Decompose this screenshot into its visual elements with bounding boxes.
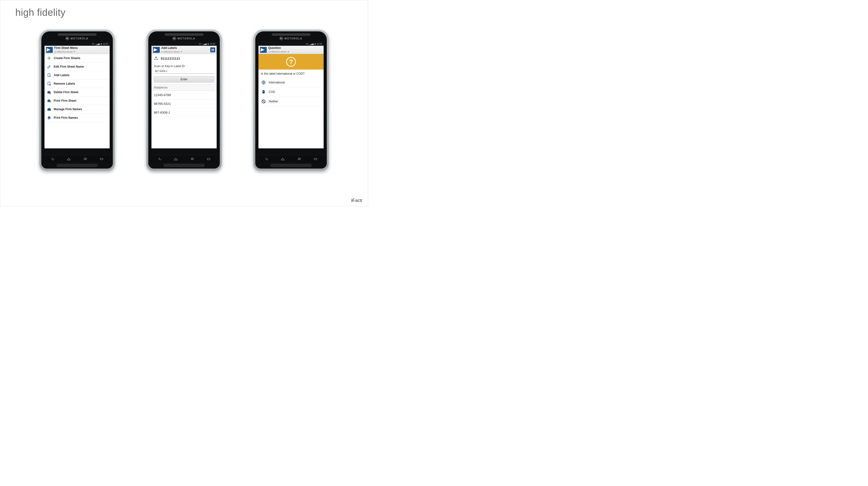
recent-icon[interactable] — [297, 156, 302, 161]
option-neither[interactable]: Neither — [258, 97, 323, 106]
upload-id-text: 51111111111 — [161, 57, 180, 60]
svg-rect-15 — [100, 158, 103, 160]
svg-rect-14 — [49, 118, 50, 119]
recent-icon[interactable] — [83, 156, 88, 161]
android-nav-bar — [258, 155, 324, 162]
mailpiece-row[interactable]: 867-6309-J — [152, 108, 217, 117]
menu-item-delete-firm-sheet[interactable]: Delete Firm Sheet — [44, 88, 110, 97]
menu-item-remove-labels[interactable]: Remove Labels — [44, 80, 110, 88]
menu-label: Manage Firm Names — [54, 108, 82, 111]
svg-rect-17 — [212, 50, 214, 51]
phone-brand: M MOTOROLA — [148, 37, 220, 40]
network-icon: 4G — [306, 43, 309, 45]
search-icon[interactable] — [313, 156, 318, 161]
option-cod[interactable]: COD — [258, 87, 323, 97]
motorola-logo-icon: M — [66, 37, 69, 40]
signal-icon: ▁▃▅ — [309, 43, 314, 45]
svg-rect-13 — [49, 116, 50, 117]
back-icon[interactable] — [50, 156, 55, 161]
bottom-grill — [56, 164, 98, 167]
screen-3: 4G ▁▃▅ ▮ 12:32 Question In-Office/On-Str… — [258, 41, 324, 149]
status-bar: 4G ▁▃▅ ▮ 12:32 — [44, 42, 110, 46]
menu-item-add-labels[interactable]: Add Labels — [44, 71, 110, 80]
recent-icon[interactable] — [190, 156, 195, 161]
option-label: International — [269, 81, 285, 84]
menu-item-edit-firm-sheet-name[interactable]: Edit Firm Sheet Name — [44, 62, 110, 71]
phone-brand-text: MOTOROLA — [284, 37, 302, 40]
menu-label: Print Firm Sheet — [54, 99, 76, 102]
android-nav-bar — [44, 155, 110, 162]
status-bar: 4G ▁▃▅ ▮ 12:32 — [152, 42, 217, 46]
phone-device-1: M MOTOROLA 4G ▁▃▅ ▮ 12:32 Firm Sheet Men… — [39, 29, 115, 171]
network-icon: 4G — [92, 43, 95, 45]
phone-brand-text: MOTOROLA — [70, 37, 88, 40]
phone-row: M MOTOROLA 4G ▁▃▅ ▮ 12:32 Firm Sheet Men… — [0, 29, 368, 171]
svg-rect-24 — [314, 158, 317, 160]
option-international[interactable]: International — [258, 78, 323, 87]
enter-button[interactable]: Enter — [154, 76, 214, 83]
phone-brand: M MOTOROLA — [41, 37, 113, 40]
home-icon[interactable] — [173, 156, 178, 161]
phone-brand: M MOTOROLA — [255, 37, 327, 40]
app-header: Question In-Office/On-Street — [258, 46, 323, 54]
svg-rect-10 — [48, 109, 51, 111]
menu-item-create-firm-sheets[interactable]: Create Firm Sheets — [44, 54, 110, 62]
phone-device-2: M MOTOROLA 4G ▁▃▅ ▮ 12:32 Add Labels In-… — [146, 29, 222, 171]
motorola-logo-icon: M — [173, 37, 176, 40]
save-button[interactable] — [210, 48, 215, 52]
home-icon[interactable] — [280, 156, 285, 161]
menu-item-manage-firm-names[interactable]: Manage Firm Names — [44, 105, 110, 114]
home-icon[interactable] — [66, 156, 71, 161]
mailpiece-row[interactable]: 12345-6789 — [152, 91, 217, 99]
mode-dropdown[interactable]: In-Office/On-Street — [268, 51, 289, 53]
mailpiece-row[interactable]: 98765-4321 — [152, 99, 217, 108]
clock-text: 12:32 — [210, 42, 215, 45]
signal-icon: ▁▃▅ — [95, 43, 100, 45]
document-remove-icon — [47, 82, 51, 86]
phone-device-3: M MOTOROLA 4G ▁▃▅ ▮ 12:32 Question In-Of… — [253, 29, 329, 171]
network-icon: 4G — [199, 43, 202, 45]
printer-icon — [47, 116, 51, 120]
search-icon[interactable] — [206, 156, 211, 161]
motorola-logo-icon: M — [280, 37, 283, 40]
menu-item-print-firm-names[interactable]: Print Firm Names — [44, 114, 110, 122]
footer-brand: iFactr — [351, 198, 363, 203]
mode-dropdown[interactable]: In-Office/On-Street — [161, 51, 182, 53]
menu-item-print-firm-sheet[interactable]: Print Firm Sheet — [44, 97, 110, 105]
android-nav-bar — [151, 155, 217, 162]
svg-rect-11 — [49, 108, 50, 109]
option-label: COD — [269, 90, 275, 94]
svg-rect-16 — [212, 49, 213, 50]
menu-label: Print Firm Names — [54, 116, 78, 119]
usps-logo-icon — [260, 47, 267, 53]
svg-rect-22 — [263, 91, 264, 92]
screen-title: Question — [268, 47, 322, 50]
question-banner: ? — [258, 54, 323, 69]
search-icon[interactable] — [99, 156, 104, 161]
briefcase-icon — [47, 107, 51, 112]
option-label: Neither — [269, 100, 278, 103]
app-header: Add Labels In-Office/On-Street — [152, 46, 217, 54]
globe-icon — [261, 80, 266, 85]
sensor-icon — [213, 38, 214, 40]
app-header: Firm Sheet Menu In-Office/On-Street — [44, 46, 110, 54]
document-add-icon — [47, 73, 51, 78]
battery-icon: ▮ — [208, 43, 209, 45]
back-icon[interactable] — [264, 156, 269, 161]
menu-label: Add Labels — [54, 73, 69, 77]
mode-dropdown[interactable]: In-Office/On-Street — [54, 51, 75, 53]
usps-logo-icon — [46, 47, 53, 53]
menu-label: Create Firm Sheets — [54, 56, 80, 60]
back-icon[interactable] — [157, 156, 162, 161]
screen-1: 4G ▁▃▅ ▮ 12:32 Firm Sheet Menu In-Office… — [44, 41, 110, 149]
svg-rect-21 — [263, 90, 264, 91]
sensor-icon — [319, 38, 321, 40]
scan-instruction: Scan or Key-in Label ID — [152, 63, 217, 68]
phone-brand-text: MOTOROLA — [178, 37, 195, 40]
screen-title: Add Labels — [161, 47, 209, 50]
label-id-input[interactable] — [154, 69, 214, 74]
footer-brand-text: Factr — [352, 198, 363, 203]
sensor-icon — [105, 38, 107, 40]
briefcase-delete-icon — [47, 90, 51, 94]
no-icon — [261, 99, 266, 103]
